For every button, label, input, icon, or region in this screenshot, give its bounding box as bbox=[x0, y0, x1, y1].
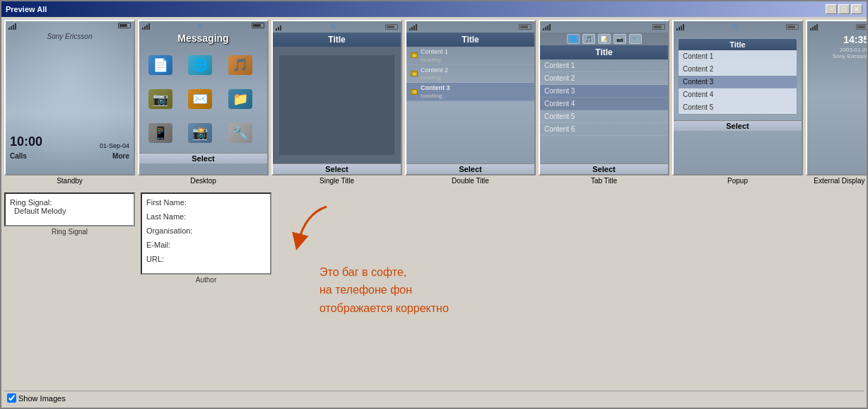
double-select-bar: Select bbox=[406, 163, 534, 174]
content-placeholder bbox=[279, 55, 394, 154]
single-label: Single Title bbox=[319, 177, 354, 185]
tab-select-bar: Select bbox=[540, 163, 668, 174]
popup-item-3: Content 3 bbox=[679, 76, 797, 88]
bug-line3: отображается корректно bbox=[319, 299, 864, 318]
bug-line1: Это баг в софте, bbox=[319, 263, 864, 282]
maximize-button[interactable]: □ bbox=[838, 4, 850, 14]
double-item-1-text: Content 1 heading bbox=[421, 48, 448, 63]
single-refresh: ↻ bbox=[331, 23, 336, 30]
bottom-row: Ring Signal: Default Melody Ring Signal … bbox=[4, 192, 864, 388]
external-signal bbox=[810, 23, 818, 30]
external-label: External Display bbox=[814, 177, 864, 185]
standby-status-bar bbox=[6, 21, 134, 31]
tab-title-preview: 🌐 🎵 📝 📷 🔧 Title Content 1 Content 2 bbox=[539, 20, 669, 190]
tab-icon-1[interactable]: 🌐 bbox=[567, 34, 580, 44]
author-label: Author bbox=[196, 276, 216, 284]
list-icon-2: ✉ bbox=[411, 71, 418, 76]
double-item-3-text: Content 3 heading bbox=[421, 84, 450, 99]
tab-top-bar bbox=[540, 21, 668, 33]
bug-text: Это баг в софте, на телефоне фон отображ… bbox=[319, 263, 864, 318]
desktop-icon-6: 📁 bbox=[225, 83, 256, 115]
single-screen: ↻ Title Select bbox=[271, 20, 402, 175]
double-signal bbox=[409, 23, 417, 30]
icon-box-3: 🎵 bbox=[228, 55, 252, 75]
desktop-screen: ↻ Messaging 📄 🌐 bbox=[138, 20, 269, 175]
popup-box: Title Content 1 Content 2 Content 3 Cont… bbox=[678, 38, 797, 115]
standby-brand: Sony Ericsson bbox=[6, 33, 134, 40]
desktop-app-title: Messaging bbox=[139, 31, 267, 45]
single-title-preview: ↻ Title Select bbox=[271, 20, 402, 190]
main-content: Sony Ericsson 10:00 01-Sep-04 Calls More… bbox=[1, 17, 867, 408]
icon-box-4: 📷 bbox=[148, 89, 172, 109]
show-images-label[interactable]: Show Images bbox=[7, 393, 66, 403]
desktop-icon-2: 🌐 bbox=[184, 50, 216, 81]
bug-note: Это баг в софте, на телефоне фон отображ… bbox=[277, 192, 864, 388]
icon-box-1: 📄 bbox=[148, 55, 172, 75]
tab-title-text: Title bbox=[595, 47, 612, 57]
double-bg: Title ✉ Content 1 heading ✉ bbox=[406, 21, 534, 174]
single-title-text: Title bbox=[328, 35, 345, 45]
standby-screen: Sony Ericsson 10:00 01-Sep-04 Calls More bbox=[4, 20, 135, 175]
author-panel: First Name: Last Name: Organisation: E-M… bbox=[141, 192, 271, 275]
popup-select-label: Select bbox=[726, 122, 749, 130]
popup-battery bbox=[786, 24, 799, 30]
popup-item-4: Content 4 bbox=[679, 88, 797, 101]
desktop-icon-7: 📱 bbox=[145, 117, 176, 149]
desktop-select-bar: Select bbox=[139, 153, 267, 163]
bug-arrow bbox=[284, 200, 341, 258]
single-title-bar: Title bbox=[273, 33, 401, 47]
standby-bg: Sony Ericsson 10:00 01-Sep-04 Calls More bbox=[6, 21, 134, 174]
external-battery bbox=[856, 24, 867, 30]
battery-fill bbox=[119, 24, 127, 27]
standby-date: 01-Sep-04 bbox=[100, 142, 129, 149]
icon-box-9: 🔧 bbox=[228, 123, 252, 143]
double-list: ✉ Content 1 heading ✉ Content 2 bbox=[406, 47, 534, 163]
external-date: 2003-01-20 bbox=[807, 47, 867, 53]
ring-signal-panel: Ring Signal: Default Melody bbox=[4, 192, 135, 226]
single-select-bar: Select bbox=[273, 163, 401, 174]
desktop-icon-9: 🔧 bbox=[225, 117, 256, 149]
signal-icon bbox=[8, 23, 16, 30]
lastname-field: Last Name: bbox=[146, 212, 266, 221]
tab-icons-bar: 🌐 🎵 📝 📷 🔧 bbox=[540, 33, 668, 45]
refresh-icon: ↻ bbox=[198, 23, 204, 30]
external-screen: 14:35 2003-01-20 Sony Ericsson bbox=[806, 20, 867, 175]
popup-select-bar: Select bbox=[674, 120, 802, 131]
bottom-bar: Show Images bbox=[4, 391, 864, 405]
show-images-checkbox[interactable] bbox=[7, 393, 16, 403]
tab-icon-4[interactable]: 📷 bbox=[614, 34, 626, 44]
popup-top-bar: ↻ bbox=[674, 21, 802, 33]
desktop-icon-1: 📄 bbox=[145, 50, 176, 81]
desktop-icon-3: 🎵 bbox=[225, 50, 256, 81]
tab-screen: 🌐 🎵 📝 📷 🔧 Title Content 1 Content 2 bbox=[539, 20, 669, 175]
popup-item-5: Content 5 bbox=[679, 101, 797, 114]
tab-icon-2[interactable]: 🎵 bbox=[582, 34, 595, 44]
tab-icon-3[interactable]: 📝 bbox=[598, 34, 611, 44]
popup-item-1: Content 1 bbox=[679, 50, 797, 63]
close-button[interactable]: ✕ bbox=[851, 4, 862, 14]
tab-label: Tab Title bbox=[591, 177, 617, 185]
bug-line2: на телефоне фон bbox=[319, 281, 864, 299]
double-select-label: Select bbox=[459, 165, 481, 173]
double-item-2-text: Content 2 heading bbox=[421, 67, 448, 81]
firstname-field: First Name: bbox=[146, 198, 266, 207]
icon-box-2: 🌐 bbox=[188, 55, 212, 75]
double-top-bar bbox=[406, 21, 534, 33]
double-label: Double Title bbox=[452, 177, 489, 185]
standby-label: Standby bbox=[57, 177, 83, 185]
minimize-button[interactable]: − bbox=[826, 4, 837, 14]
tab-item-3: Content 3 bbox=[540, 85, 668, 98]
list-icon-1: ✉ bbox=[411, 52, 418, 58]
tab-item-4: Content 4 bbox=[540, 98, 668, 110]
tab-icon-5[interactable]: 🔧 bbox=[629, 34, 642, 44]
tab-item-2: Content 2 bbox=[540, 72, 668, 85]
external-time: 14:35 bbox=[807, 33, 867, 47]
double-item-2: ✉ Content 2 heading bbox=[406, 65, 534, 83]
single-select-label: Select bbox=[325, 165, 348, 173]
single-top-bar: ↻ bbox=[273, 21, 401, 33]
more-key: More bbox=[112, 152, 129, 160]
desktop-icons: 📄 🌐 🎵 📷 bbox=[139, 45, 267, 153]
single-signal bbox=[276, 23, 281, 30]
desktop-label: Desktop bbox=[190, 177, 216, 185]
url-field: URL: bbox=[146, 255, 266, 263]
